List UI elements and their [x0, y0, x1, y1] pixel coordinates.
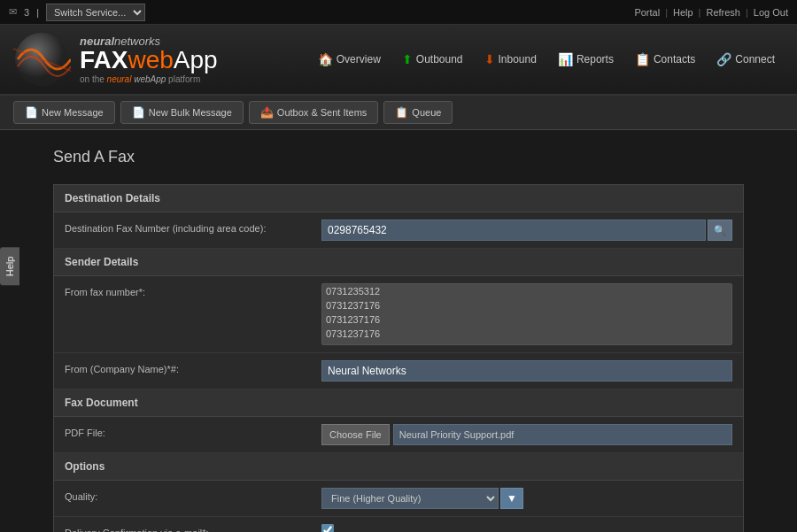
quality-select[interactable]: Fine (Higher Quality) Standard High — [321, 488, 499, 509]
quality-row: Quality: Fine (Higher Quality) Standard … — [54, 481, 743, 517]
nav-reports[interactable]: 📊 Reports — [549, 47, 623, 72]
switch-service-select[interactable]: Switch Service... — [46, 4, 145, 21]
outbox-sent-button[interactable]: 📤 Outbox & Sent Items — [249, 101, 379, 124]
quality-label: Quality: — [65, 488, 321, 502]
from-fax-row: From fax number*: 0731235312 0731237176 … — [54, 276, 743, 353]
from-fax-label: From fax number*: — [65, 283, 321, 297]
nav-outbound[interactable]: ⬆ Outbound — [393, 47, 472, 72]
queue-icon: 📋 — [395, 106, 408, 119]
pipe-divider: | — [36, 7, 39, 18]
outbound-icon: ⬆ — [402, 52, 413, 66]
destination-fax-field: 🔍 — [321, 220, 732, 241]
destination-fax-input[interactable] — [321, 220, 706, 241]
logout-link[interactable]: Log Out — [754, 7, 788, 18]
help-link[interactable]: Help — [673, 7, 693, 18]
logo-tagline: on the neural webApp platform — [80, 74, 218, 84]
quality-arrow[interactable]: ▼ — [500, 488, 523, 509]
fax-webapp-logo: FAXwebApp — [80, 48, 218, 73]
destination-fax-label: Destination Fax Number (including area c… — [65, 220, 321, 234]
home-icon: 🏠 — [318, 52, 333, 66]
options-section-header: Options — [54, 453, 743, 481]
nav-overview[interactable]: 🏠 Overview — [309, 47, 390, 72]
sub-nav: 📄 New Message 📄 New Bulk Message 📤 Outbo… — [0, 96, 797, 130]
nav-contacts[interactable]: 📋 Contacts — [626, 47, 704, 72]
contacts-icon: 📋 — [635, 52, 650, 66]
from-fax-field: 0731235312 0731237176 0731237176 0731237… — [321, 283, 732, 345]
inbound-icon: ⬇ — [484, 52, 495, 66]
delivery-confirmation-checkbox[interactable] — [321, 524, 334, 532]
file-name-display: Neural Priority Support.pdf — [393, 424, 732, 445]
main-content: Send A Fax Destination Details Destinati… — [0, 130, 797, 532]
logo-left: neuralnetworks FAXwebApp on the neural w… — [13, 31, 218, 89]
logo-graphic — [13, 31, 71, 89]
mail-icon: ✉ — [9, 6, 17, 18]
destination-section-header: Destination Details — [54, 185, 743, 212]
queue-button[interactable]: 📋 Queue — [383, 101, 453, 124]
from-company-label: From (Company Name)*#: — [65, 360, 321, 374]
delivery-confirmation-field — [321, 524, 732, 532]
fax-doc-section-header: Fax Document — [54, 389, 743, 417]
destination-fax-row: Destination Fax Number (including area c… — [54, 212, 743, 249]
connect-icon: 🔗 — [716, 52, 731, 66]
mail-count: 3 — [24, 7, 29, 18]
from-company-field — [321, 360, 732, 382]
new-bulk-icon: 📄 — [132, 106, 145, 119]
refresh-link[interactable]: Refresh — [706, 7, 740, 18]
send-fax-form: Destination Details Destination Fax Numb… — [53, 184, 744, 532]
nav-connect[interactable]: 🔗 Connect — [708, 47, 784, 72]
top-bar: ✉ 3 | Switch Service... Portal | Help | … — [0, 0, 797, 25]
new-message-button[interactable]: 📄 New Message — [13, 101, 115, 124]
help-tab[interactable]: Help — [0, 247, 19, 285]
page-title: Send A Fax — [53, 148, 744, 166]
from-fax-select[interactable]: 0731235312 0731237176 0731237176 0731237… — [321, 283, 732, 345]
from-company-input[interactable] — [321, 360, 732, 382]
pdf-file-label: PDF File: — [65, 424, 321, 438]
main-nav: 🏠 Overview ⬆ Outbound ⬇ Inbound 📊 Report… — [309, 47, 784, 72]
nav-inbound[interactable]: ⬇ Inbound — [476, 47, 546, 72]
pdf-file-field: Choose File Neural Priority Support.pdf — [321, 424, 732, 445]
portal-link[interactable]: Portal — [634, 7, 660, 18]
delivery-confirmation-row: Delivery Confirmation via e-mail*: — [54, 517, 743, 532]
fax-lookup-button[interactable]: 🔍 — [708, 220, 732, 241]
pdf-file-row: PDF File: Choose File Neural Priority Su… — [54, 417, 743, 453]
logo-area: neuralnetworks FAXwebApp on the neural w… — [0, 25, 797, 96]
top-bar-right: Portal | Help | Refresh | Log Out — [634, 7, 788, 18]
reports-icon: 📊 — [558, 52, 573, 66]
switch-service[interactable]: Switch Service... — [46, 4, 145, 21]
delivery-confirmation-label: Delivery Confirmation via e-mail*: — [65, 524, 321, 532]
quality-field: Fine (Higher Quality) Standard High ▼ — [321, 488, 732, 509]
top-bar-left: ✉ 3 | Switch Service... — [9, 4, 145, 21]
new-bulk-message-button[interactable]: 📄 New Bulk Message — [120, 101, 244, 124]
sender-section-header: Sender Details — [54, 249, 743, 276]
new-message-icon: 📄 — [25, 106, 38, 119]
from-company-row: From (Company Name)*#: — [54, 353, 743, 389]
logo-text: neuralnetworks FAXwebApp on the neural w… — [80, 35, 218, 84]
choose-file-button[interactable]: Choose File — [321, 424, 390, 445]
outbox-icon: 📤 — [260, 106, 274, 119]
